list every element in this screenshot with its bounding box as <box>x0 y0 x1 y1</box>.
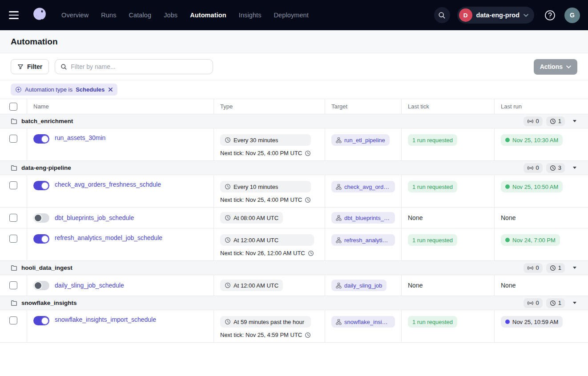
job-icon <box>336 137 342 143</box>
enabled-toggle[interactable] <box>33 316 49 325</box>
caret-down-icon[interactable] <box>573 302 576 304</box>
folder-icon <box>11 118 17 124</box>
caret-down-icon[interactable] <box>573 167 576 169</box>
nav-item-overview[interactable]: Overview <box>61 12 89 19</box>
group-counts: 01 <box>524 263 576 273</box>
last-run-pill[interactable]: Nov 24, 7:00 PM <box>501 234 560 246</box>
enabled-toggle[interactable] <box>33 213 49 223</box>
last-run-pill[interactable]: Nov 25, 10:50 AM <box>501 181 563 192</box>
target-cell: run_etl_pipeline <box>325 128 402 160</box>
automation-name-link[interactable]: run_assets_30min <box>55 134 105 141</box>
last-tick-pill[interactable]: 1 run requested <box>408 234 457 246</box>
filter-tag-text: Automation type is Schedules <box>25 86 105 93</box>
name-filter-field <box>55 59 213 74</box>
dagster-logo-icon[interactable] <box>30 6 49 24</box>
enabled-toggle[interactable] <box>33 134 49 144</box>
clock-icon <box>305 332 311 338</box>
target-pill[interactable]: dbt_blueprints_job <box>331 212 395 224</box>
type-cell: At 12:00 AM UTC <box>214 275 325 296</box>
group-counts: 01 <box>524 116 576 126</box>
caret-down-icon[interactable] <box>573 120 576 122</box>
search-button[interactable] <box>434 7 450 23</box>
row-checkbox[interactable] <box>9 235 17 243</box>
automation-name-link[interactable]: snowflake_insights_import_schedule <box>55 316 156 323</box>
last-tick-pill[interactable]: 1 run requested <box>408 316 457 328</box>
type-info: At 12:00 AM UTC <box>220 280 283 291</box>
automation-name-link[interactable]: check_avg_orders_freshness_schdule <box>55 181 161 188</box>
target-cell: check_avg_orders_ <box>325 175 402 207</box>
target-pill[interactable]: daily_sling_job <box>331 280 387 291</box>
type-cell: Every 30 minutesNext tick: Nov 25, 4:00 … <box>214 128 325 160</box>
target-cell: snowflake_insights <box>325 310 402 342</box>
enabled-toggle[interactable] <box>33 234 49 244</box>
table-row: run_assets_30minEvery 30 minutesNext tic… <box>0 128 588 161</box>
last-run-pill[interactable]: Nov 25, 10:30 AM <box>501 134 563 146</box>
schedule-type-pill: At 08:00 AM UTC <box>220 212 283 224</box>
clock-icon <box>225 137 231 143</box>
nav-item-insights[interactable]: Insights <box>239 12 262 19</box>
workspace-switcher[interactable]: D data-eng-prod <box>457 7 534 24</box>
group-row: snowflake_insights01 <box>0 296 588 310</box>
clock-icon <box>305 197 311 203</box>
last-tick-cell: 1 run requested <box>402 310 495 342</box>
clock-icon <box>550 165 556 171</box>
menu-icon[interactable] <box>9 9 21 21</box>
nav-item-deployment[interactable]: Deployment <box>274 12 309 19</box>
row-checkbox[interactable] <box>9 316 17 324</box>
caret-down-icon[interactable] <box>573 267 576 269</box>
automation-name-link[interactable]: dbt_blueprints_job_schedule <box>55 214 134 221</box>
page-title: Automation <box>11 37 58 47</box>
nav-item-jobs[interactable]: Jobs <box>164 12 177 19</box>
last-tick-pill[interactable]: 1 run requested <box>408 134 457 146</box>
last-run-pill[interactable]: Nov 25, 10:59 AM <box>501 316 563 328</box>
automation-name-link[interactable]: refresh_analytics_model_job_schedule <box>55 234 162 241</box>
chevron-down-icon <box>566 65 571 68</box>
row-checkbox[interactable] <box>9 214 17 222</box>
last-run-cell: None <box>495 275 588 296</box>
close-icon[interactable] <box>108 87 113 92</box>
row-checkbox[interactable] <box>9 135 17 143</box>
clock-icon <box>550 118 556 124</box>
last-tick-pill[interactable]: 1 run requested <box>408 181 457 192</box>
actions-button[interactable]: Actions <box>534 59 577 75</box>
automation-type-icon <box>15 86 22 93</box>
help-button[interactable] <box>541 7 558 24</box>
funnel-icon <box>17 64 24 70</box>
user-avatar[interactable]: G <box>564 8 580 23</box>
select-all-checkbox[interactable] <box>9 103 17 111</box>
automation-type-filter-tag[interactable]: Automation type is Schedules <box>11 84 117 96</box>
nav-item-automation[interactable]: Automation <box>190 12 226 19</box>
workspace-badge: D <box>459 8 472 22</box>
enabled-toggle[interactable] <box>33 281 49 290</box>
row-checkbox[interactable] <box>9 181 17 189</box>
run-status-dot <box>505 238 510 242</box>
row-checkbox[interactable] <box>9 281 17 289</box>
sensor-icon <box>527 165 534 171</box>
clock-icon <box>550 300 556 306</box>
job-icon <box>336 319 342 325</box>
filter-button[interactable]: Filter <box>11 59 49 74</box>
name-cell: refresh_analytics_model_job_schedule <box>27 228 214 260</box>
type-cell: At 12:00 AM UTCNext tick: Nov 26, 12:00 … <box>214 228 325 260</box>
nav-item-catalog[interactable]: Catalog <box>129 12 151 19</box>
target-pill[interactable]: check_avg_orders_ <box>331 181 395 192</box>
enabled-toggle[interactable] <box>33 181 49 190</box>
row-checkbox-cell <box>0 208 27 228</box>
help-icon <box>544 9 556 21</box>
clock-icon <box>225 319 231 325</box>
target-pill[interactable]: refresh_analytics_r <box>331 234 395 246</box>
nav-item-runs[interactable]: Runs <box>101 12 116 19</box>
automation-name-link[interactable]: daily_sling_job_schedule <box>55 282 124 289</box>
name-filter-input[interactable] <box>71 63 207 70</box>
name-cell: dbt_blueprints_job_schedule <box>27 208 214 228</box>
table-row: snowflake_insights_import_scheduleAt 59 … <box>0 310 588 343</box>
column-header-target: Target <box>325 99 402 114</box>
next-tick-text: Next tick: Nov 25, 4:59 PM UTC <box>220 332 311 338</box>
last-run-cell: Nov 25, 10:50 AM <box>495 175 588 207</box>
target-pill[interactable]: run_etl_pipeline <box>331 134 390 146</box>
last-run-none: None <box>501 282 516 289</box>
last-tick-none: None <box>408 282 423 289</box>
column-header-last-tick: Last tick <box>402 99 495 114</box>
table-header-row: Name Type Target Last tick Last run <box>0 99 588 114</box>
target-pill[interactable]: snowflake_insights <box>331 316 395 328</box>
